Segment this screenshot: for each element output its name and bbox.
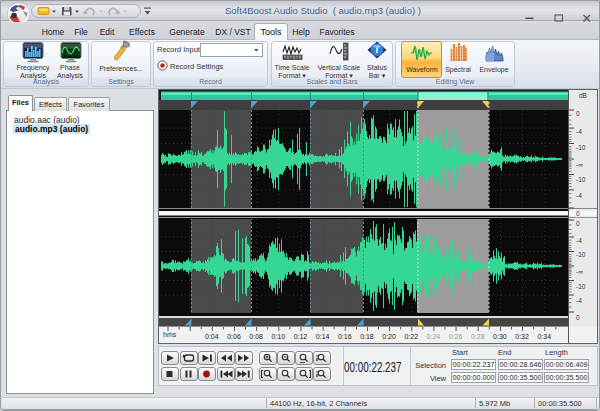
svg-text:-∞: -∞ (576, 268, 583, 275)
svg-text:-10: -10 (576, 251, 586, 258)
svg-text:0:16: 0:16 (338, 333, 352, 340)
svg-text:-∞: -∞ (576, 161, 583, 168)
svg-text:-4: -4 (576, 192, 582, 199)
svg-text:0:32: 0:32 (515, 333, 529, 340)
svg-text:0:04: 0:04 (205, 333, 219, 340)
svg-text:0: 0 (576, 110, 580, 117)
svg-text:0:24: 0:24 (427, 333, 441, 340)
svg-text:-4: -4 (576, 237, 582, 244)
svg-text:0:06: 0:06 (227, 333, 241, 340)
svg-text:0:10: 0:10 (271, 333, 285, 340)
svg-text:0:28: 0:28 (471, 333, 485, 340)
svg-text:dB: dB (579, 92, 587, 99)
svg-text:hms: hms (163, 331, 177, 338)
svg-text:0:20: 0:20 (382, 333, 396, 340)
svg-text:0:30: 0:30 (493, 333, 507, 340)
svg-text:0: 0 (576, 220, 580, 227)
svg-text:i: i (376, 44, 379, 55)
svg-text:0: 0 (576, 314, 580, 321)
svg-text:0:26: 0:26 (449, 333, 463, 340)
svg-text:-4: -4 (576, 128, 582, 135)
svg-text:-10: -10 (576, 144, 586, 151)
svg-text:0:08: 0:08 (249, 333, 263, 340)
svg-text:0:22: 0:22 (404, 333, 418, 340)
svg-text:-4: -4 (576, 297, 582, 304)
svg-text:0:14: 0:14 (316, 333, 330, 340)
svg-text:0:12: 0:12 (294, 333, 308, 340)
svg-text:-10: -10 (576, 176, 586, 183)
svg-text:0:18: 0:18 (360, 333, 374, 340)
svg-text:0: 0 (576, 210, 580, 217)
svg-text:0:34: 0:34 (537, 333, 551, 340)
svg-text:-10: -10 (576, 283, 586, 290)
